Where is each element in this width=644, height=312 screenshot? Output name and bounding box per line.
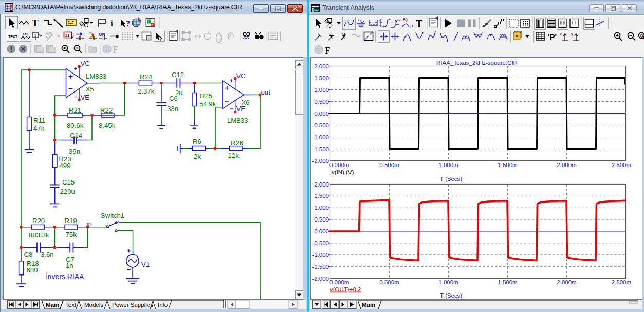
svg-text:v(IN) (V): v(IN) (V) <box>332 169 354 175</box>
svg-text:R25: R25 <box>200 92 212 100</box>
svg-text:3.6n: 3.6n <box>41 251 54 259</box>
svg-text:0.500: 0.500 <box>314 99 329 105</box>
svg-text:VE: VE <box>236 105 246 113</box>
svg-text:V1: V1 <box>141 261 150 268</box>
svg-text:39n: 39n <box>69 148 80 155</box>
svg-text:33n: 33n <box>167 105 178 113</box>
svg-text:LM833: LM833 <box>86 72 106 80</box>
svg-text:R11: R11 <box>33 117 45 124</box>
svg-text:75k: 75k <box>66 231 77 238</box>
svg-text:y: y <box>571 32 573 36</box>
svg-text:v(OUT)+0.2: v(OUT)+0.2 <box>330 286 361 292</box>
svg-text:C6: C6 <box>169 95 178 102</box>
svg-text:220u: 220u <box>60 188 75 195</box>
svg-text:0.000: 0.000 <box>314 228 329 234</box>
svg-text:1.500m: 1.500m <box>498 279 517 285</box>
svg-text:C12: C12 <box>172 71 184 79</box>
svg-text:8.45k: 8.45k <box>99 122 116 130</box>
svg-text:1: 1 <box>34 33 37 38</box>
svg-text:C15: C15 <box>62 178 75 186</box>
svg-text:!: ! <box>148 20 150 24</box>
svg-text:1.0: 1.0 <box>396 18 401 21</box>
svg-text:ON: ON <box>99 32 105 37</box>
svg-text:R24: R24 <box>140 73 152 81</box>
svg-text:-1.000: -1.000 <box>312 252 329 258</box>
svg-text:?: ? <box>125 19 130 27</box>
svg-text:1n: 1n <box>66 262 73 269</box>
svg-text:X5: X5 <box>86 85 94 93</box>
svg-text:C8: C8 <box>24 251 33 259</box>
svg-text:2.000m: 2.000m <box>557 162 576 168</box>
svg-text:0.500: 0.500 <box>314 216 329 223</box>
svg-text:RIAA_Texas_2kHz-square.CIR: RIAA_Texas_2kHz-square.CIR <box>436 60 518 66</box>
svg-text:0.000m: 0.000m <box>329 279 349 285</box>
svg-text:VC: VC <box>81 60 90 67</box>
svg-text:R20: R20 <box>32 217 45 225</box>
svg-text:i: i <box>111 19 113 28</box>
svg-text:680: 680 <box>27 266 38 274</box>
svg-text:x: x <box>560 32 562 36</box>
svg-text:2.37k: 2.37k <box>138 87 155 95</box>
svg-text:in: in <box>87 220 92 228</box>
svg-text:-2.000: -2.000 <box>312 276 329 282</box>
svg-text:0.000: 0.000 <box>314 111 329 117</box>
svg-text:2.000: 2.000 <box>314 63 329 69</box>
svg-text:2.000: 2.000 <box>314 181 329 188</box>
svg-text:1.500m: 1.500m <box>498 162 517 168</box>
svg-text:0.500m: 0.500m <box>379 162 399 168</box>
svg-text:LM833: LM833 <box>227 117 248 124</box>
svg-text:R19: R19 <box>65 217 77 225</box>
svg-text:R26: R26 <box>231 139 243 147</box>
svg-text:T (Secs): T (Secs) <box>440 176 462 182</box>
svg-text:80.6k: 80.6k <box>67 122 84 130</box>
svg-text:47k: 47k <box>33 124 45 132</box>
svg-text:0.000m: 0.000m <box>329 162 349 168</box>
svg-text:Power Supplies: Power Supplies <box>112 302 153 308</box>
svg-text:12k: 12k <box>228 152 240 159</box>
svg-text:VE: VE <box>81 94 90 101</box>
svg-text:Models: Models <box>84 302 103 308</box>
svg-text:F: F <box>325 45 330 56</box>
svg-text:Main: Main <box>46 302 59 308</box>
svg-text:1.000m: 1.000m <box>438 279 458 285</box>
svg-text:T: T <box>416 18 423 29</box>
svg-text:2.000m: 2.000m <box>557 279 576 285</box>
svg-text:2.500m: 2.500m <box>612 279 631 285</box>
svg-text:2.500m: 2.500m <box>612 162 631 168</box>
svg-text:F(): F() <box>403 17 408 22</box>
svg-text:-1.500: -1.500 <box>312 146 329 152</box>
svg-text:499: 499 <box>60 162 71 170</box>
svg-text:F: F <box>113 45 118 55</box>
svg-text:invers RIAA: invers RIAA <box>46 272 85 281</box>
svg-text:10: 10 <box>379 20 382 23</box>
svg-text:-1.000: -1.000 <box>312 134 329 140</box>
svg-text:-2.000: -2.000 <box>312 158 329 164</box>
svg-text:-0.500: -0.500 <box>312 122 329 129</box>
svg-text:54.9k: 54.9k <box>199 100 216 108</box>
svg-text:Q: Q <box>640 33 643 38</box>
svg-text:TEXT: TEXT <box>8 34 17 39</box>
svg-text:'P': 'P' <box>548 32 557 41</box>
svg-text:R1: R1 <box>23 32 28 36</box>
svg-text:T: T <box>32 17 39 28</box>
svg-text:out: out <box>261 88 271 96</box>
svg-text:Info: Info <box>158 302 168 308</box>
svg-text:0.500m: 0.500m <box>379 279 399 285</box>
svg-text:T (Secs): T (Secs) <box>440 292 462 299</box>
svg-text:1.500: 1.500 <box>314 75 329 81</box>
svg-text:R22: R22 <box>100 106 113 114</box>
svg-text:1.000: 1.000 <box>314 87 329 93</box>
svg-text:1.500: 1.500 <box>314 193 329 199</box>
svg-text:R6: R6 <box>193 138 201 145</box>
svg-text:VC: VC <box>236 72 246 80</box>
svg-text:1.000: 1.000 <box>314 205 329 211</box>
svg-text:2k: 2k <box>194 153 201 160</box>
svg-text:1.000m: 1.000m <box>438 162 458 168</box>
svg-text:Text: Text <box>65 302 77 308</box>
svg-text:Switch1: Switch1 <box>101 212 124 219</box>
svg-text:R21: R21 <box>69 106 81 114</box>
svg-text:-0.500: -0.500 <box>312 240 329 246</box>
svg-text:-1.500: -1.500 <box>312 264 329 270</box>
svg-text:Main: Main <box>362 302 375 308</box>
svg-text:13: 13 <box>65 33 70 38</box>
